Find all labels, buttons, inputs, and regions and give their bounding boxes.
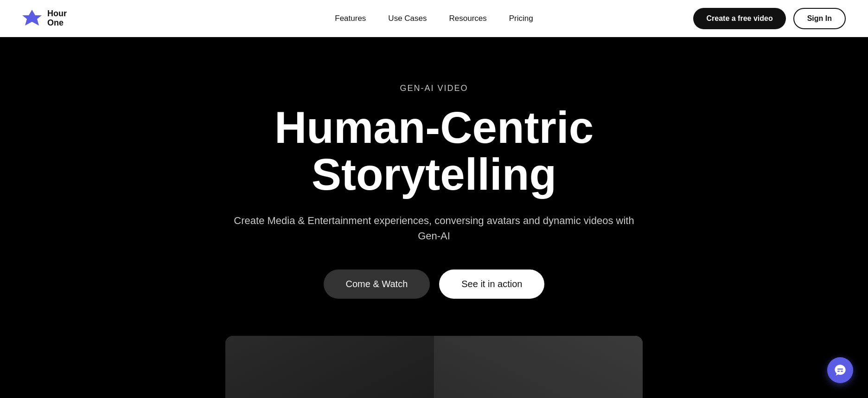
svg-marker-0 [22,10,42,26]
sign-in-button[interactable]: Sign In [793,8,846,29]
video-panel-left [225,336,434,398]
hero-tag: GEN-AI VIDEO [400,83,468,93]
chat-widget-button[interactable] [827,357,853,383]
navbar: Hour One Features Use Cases Resources Pr… [0,0,868,37]
nav-pricing[interactable]: Pricing [509,14,533,23]
create-free-video-button[interactable]: Create a free video [693,8,785,29]
video-panel-right [434,336,643,398]
navbar-actions: Create a free video Sign In [693,8,846,29]
logo-area: Hour One [22,9,67,28]
chat-icon [834,364,847,377]
nav-features[interactable]: Features [335,14,366,23]
video-preview-content [225,336,643,398]
nav-resources[interactable]: Resources [449,14,487,23]
video-preview-area [225,336,643,398]
come-watch-button[interactable]: Come & Watch [324,270,430,299]
nav-links: Features Use Cases Resources Pricing [335,14,533,23]
see-in-action-button[interactable]: See it in action [439,270,544,299]
hero-section: GEN-AI VIDEO Human-Centric Storytelling … [0,37,868,398]
nav-use-cases[interactable]: Use Cases [388,14,427,23]
hero-title: Human-Centric Storytelling [156,104,712,198]
brand-name: Hour One [47,9,67,28]
brand-logo[interactable] [22,9,42,28]
hero-subtitle: Create Media & Entertainment experiences… [225,213,643,244]
hero-cta-buttons: Come & Watch See it in action [324,270,545,299]
